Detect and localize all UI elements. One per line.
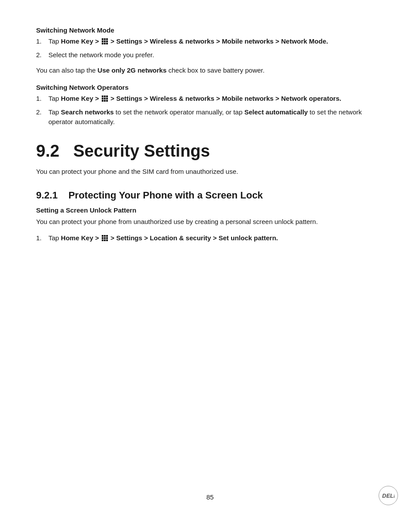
page-content: Switching Network Mode 1. Tap Home Key >… xyxy=(0,0,420,286)
step-number-1: 1. xyxy=(36,37,48,47)
section-92-number: 9.2 xyxy=(36,142,59,160)
step-1-content: Tap Home Key > > Settings > Wireless & n… xyxy=(48,37,384,47)
screen-unlock-step-1: 1. Tap Home Key > > Settings > Location … xyxy=(36,233,384,243)
page-number: 85 xyxy=(0,493,420,501)
step-1-bold2: > Settings > Wireless & networks > Mobil… xyxy=(111,37,328,45)
network-mode-steps: 1. Tap Home Key > > Settings > Wireless … xyxy=(36,37,384,60)
op-step-2-content: Tap Search networks to set the network o… xyxy=(48,107,384,127)
switching-network-mode-section: Switching Network Mode 1. Tap Home Key >… xyxy=(36,26,384,76)
grid-icon-1 xyxy=(102,38,108,44)
section-92-title-text: Security Settings xyxy=(74,142,210,160)
security-settings-description: You can protect your phone and the SIM c… xyxy=(36,166,384,177)
network-operators-step-2: 2. Tap Search networks to set the networ… xyxy=(36,107,384,127)
network-operators-step-1: 1. Tap Home Key > > Settings > Wireless … xyxy=(36,94,384,104)
step-2-content: Select the network mode you prefer. xyxy=(48,50,384,60)
section-921-number: 9.2.1 xyxy=(36,190,58,201)
switching-network-operators-heading: Switching Network Operators xyxy=(36,84,384,91)
switching-network-mode-heading: Switching Network Mode xyxy=(36,26,384,34)
switching-network-operators-section: Switching Network Operators 1. Tap Home … xyxy=(36,84,384,127)
search-networks-label: Search networks xyxy=(61,108,114,116)
screen-lock-section: 9.2.1 Protecting Your Phone with a Scree… xyxy=(36,189,384,243)
svg-text:DELL: DELL xyxy=(382,492,394,499)
screen-unlock-description: You can protect your phone from unauthor… xyxy=(36,217,384,227)
op-step-number-2: 2. xyxy=(36,107,48,117)
unlock-step-1-content: Tap Home Key > > Settings > Location & s… xyxy=(48,233,384,243)
unlock-step-1-bold1: Home Key > xyxy=(61,234,99,242)
grid-icon-3 xyxy=(102,235,108,241)
op-step-1-bold2: > Settings > Wireless & networks > Mobil… xyxy=(111,95,341,102)
security-settings-title: 9.2 Security Settings xyxy=(36,141,384,162)
dell-logo: DELL xyxy=(379,486,398,505)
select-automatically-label: Select automatically xyxy=(244,108,308,116)
unlock-step-1-bold2: > Settings > Location & security > Set u… xyxy=(111,234,278,242)
op-step-1-content: Tap Home Key > > Settings > Wireless & n… xyxy=(48,94,384,104)
screen-unlock-steps: 1. Tap Home Key > > Settings > Location … xyxy=(36,233,384,243)
network-mode-step-1: 1. Tap Home Key > > Settings > Wireless … xyxy=(36,37,384,47)
use-only-2g-label: Use only 2G networks xyxy=(98,66,167,74)
section-921-title-text: Protecting Your Phone with a Screen Lock xyxy=(68,190,263,201)
unlock-step-number-1: 1. xyxy=(36,233,48,243)
screen-lock-title: 9.2.1 Protecting Your Phone with a Scree… xyxy=(36,189,384,202)
security-settings-section: 9.2 Security Settings You can protect yo… xyxy=(36,141,384,243)
op-step-1-bold1: Home Key > xyxy=(61,95,99,102)
network-operators-steps: 1. Tap Home Key > > Settings > Wireless … xyxy=(36,94,384,127)
step-1-bold1: Home Key > xyxy=(61,37,99,45)
grid-icon-2 xyxy=(102,95,108,102)
op-step-number-1: 1. xyxy=(36,94,48,104)
screen-unlock-pattern-section: Setting a Screen Unlock Pattern You can … xyxy=(36,206,384,243)
page-footer: 85 xyxy=(0,493,420,501)
network-mode-step-2: 2. Select the network mode you prefer. xyxy=(36,50,384,60)
step-number-2: 2. xyxy=(36,50,48,60)
network-mode-note: You can also tap the Use only 2G network… xyxy=(36,65,384,76)
screen-unlock-heading: Setting a Screen Unlock Pattern xyxy=(36,206,384,214)
